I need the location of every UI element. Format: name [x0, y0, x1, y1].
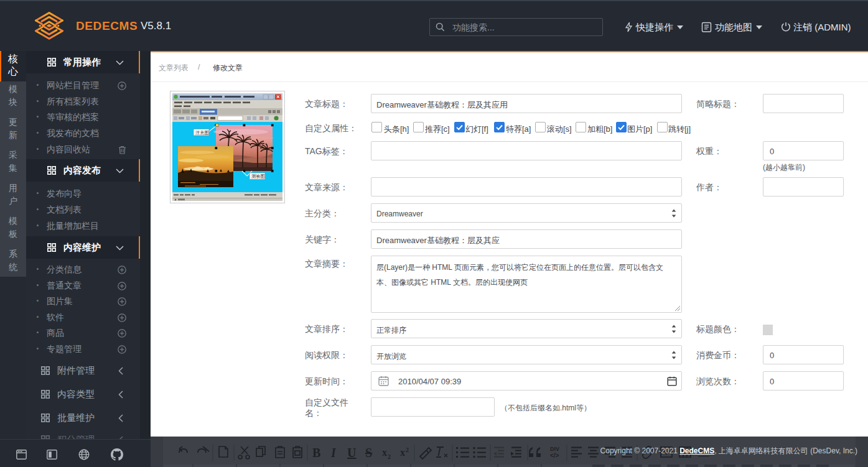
svg-text:注意图: 注意图: [195, 130, 209, 136]
svg-text:测验图: 测验图: [251, 173, 265, 179]
